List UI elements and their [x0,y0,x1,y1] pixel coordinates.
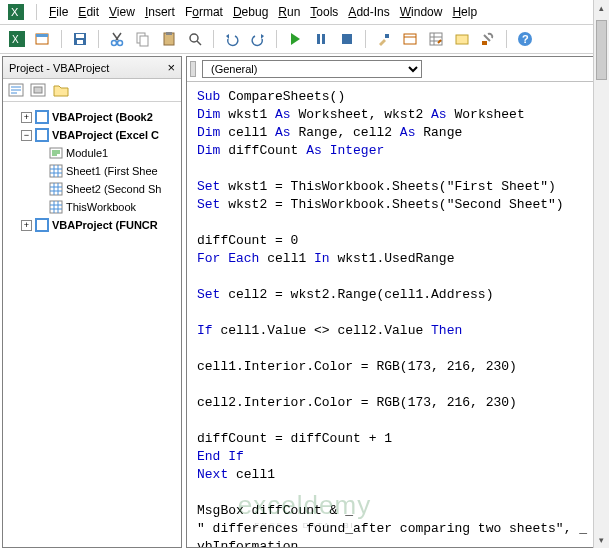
separator [365,30,366,48]
panel-title-bar: Project - VBAProject × [3,57,181,79]
separator [98,30,99,48]
cut-icon [109,31,125,47]
scroll-thumb[interactable] [596,56,607,80]
project-explorer-button[interactable] [399,28,421,50]
undo-button[interactable] [221,28,243,50]
folder-icon[interactable] [52,82,70,98]
svg-rect-5 [36,34,48,37]
redo-button[interactable] [247,28,269,50]
browser-icon [454,31,470,47]
project-icon [402,31,418,47]
svg-rect-8 [77,40,83,44]
object-browser-button[interactable] [451,28,473,50]
project-tree[interactable]: +VBAProject (Book2 −VBAProject (Excel C … [3,102,181,240]
svg-rect-25 [482,41,487,45]
view-code-icon[interactable] [8,82,26,98]
svg-text:X: X [11,6,19,18]
svg-rect-12 [140,36,148,46]
find-button[interactable] [184,28,206,50]
menu-window[interactable]: Window [400,5,443,19]
code-editor[interactable]: Sub CompareSheets() Dim wkst1 As Workshe… [187,82,606,547]
menu-format[interactable]: Format [185,5,223,19]
tree-node-funcr[interactable]: +VBAProject (FUNCR [21,216,177,234]
play-icon [287,31,303,47]
stop-icon [339,31,355,47]
excel-icon: X [8,4,24,20]
menu-edit[interactable]: Edit [78,5,99,19]
object-selector[interactable]: (General) [202,60,422,78]
svg-text:?: ? [522,33,529,45]
run-button[interactable] [284,28,306,50]
redo-icon [250,31,266,47]
menu-file[interactable]: File [49,5,68,19]
code-header: (General) [187,57,606,82]
separator [213,30,214,48]
svg-rect-21 [404,34,416,44]
svg-rect-37 [50,183,62,195]
svg-line-16 [197,41,201,45]
save-button[interactable] [69,28,91,50]
svg-rect-7 [76,34,84,38]
svg-point-15 [190,34,198,42]
tree-node-excel[interactable]: −VBAProject (Excel C [21,126,177,144]
svg-rect-32 [37,112,47,122]
menu-insert[interactable]: Insert [145,5,175,19]
pause-button[interactable] [310,28,332,50]
separator [276,30,277,48]
menu-help[interactable]: Help [452,5,477,19]
view-object-icon[interactable] [30,82,48,98]
separator [506,30,507,48]
tree-node-sheet1[interactable]: Sheet1 (First Shee [35,162,177,180]
menu-bar: X File Edit View Insert Format Debug Run… [0,0,609,25]
svg-rect-38 [50,201,62,213]
vba-icon [35,218,49,232]
tree-node-sheet2[interactable]: Sheet2 (Second Sh [35,180,177,198]
svg-rect-24 [456,35,468,44]
expand-icon[interactable]: + [21,220,32,231]
toolbox-button[interactable] [477,28,499,50]
help-button[interactable]: ? [514,28,536,50]
menu-addins[interactable]: Add-Ins [348,5,389,19]
separator [61,30,62,48]
view-excel-button[interactable]: X [6,28,28,50]
undo-icon [224,31,240,47]
svg-point-9 [112,41,117,46]
vertical-scrollbar[interactable]: ▴ ▾ [593,56,607,548]
svg-rect-19 [342,34,352,44]
menu-view[interactable]: View [109,5,135,19]
stop-button[interactable] [336,28,358,50]
svg-rect-23 [430,33,442,45]
expand-icon[interactable]: + [21,112,32,123]
help-icon: ? [517,31,533,47]
paste-button[interactable] [158,28,180,50]
menu-tools[interactable]: Tools [310,5,338,19]
svg-rect-40 [37,220,47,230]
tree-node-book2[interactable]: +VBAProject (Book2 [21,108,177,126]
workbook-icon [49,200,63,214]
panel-toolbar [3,79,181,102]
code-pane: (General) Sub CompareSheets() Dim wkst1 … [186,56,607,548]
menu-debug[interactable]: Debug [233,5,268,19]
find-icon [187,31,203,47]
panel-title-text: Project - VBAProject [9,62,109,74]
cut-button[interactable] [106,28,128,50]
menu-run[interactable]: Run [278,5,300,19]
panel-close-button[interactable]: × [167,60,175,75]
separator [36,4,37,20]
properties-button[interactable] [425,28,447,50]
main-area: Project - VBAProject × +VBAProject (Book… [0,54,609,548]
svg-rect-20 [385,34,389,38]
pause-icon [313,31,329,47]
collapse-icon[interactable]: − [21,130,32,141]
sheet-icon [49,164,63,178]
design-button[interactable] [373,28,395,50]
copy-icon [135,31,151,47]
tree-node-module1[interactable]: Module1 [35,144,177,162]
copy-button[interactable] [132,28,154,50]
insert-module-button[interactable] [32,28,54,50]
scroll-down-icon[interactable]: ▾ [594,532,607,548]
module-icon [35,31,51,47]
design-icon [376,31,392,47]
tree-node-thisworkbook[interactable]: ThisWorkbook [35,198,177,216]
svg-point-10 [118,41,123,46]
